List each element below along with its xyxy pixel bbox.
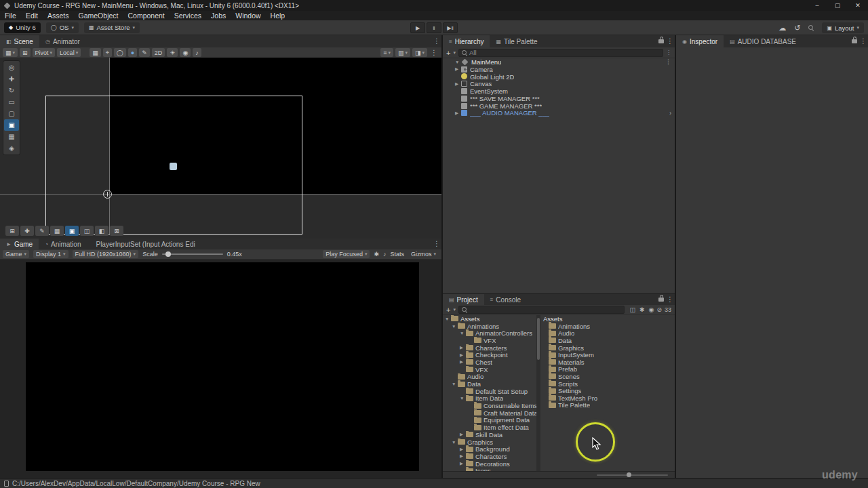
scale-slider-handle[interactable] (165, 251, 171, 257)
pause-button[interactable]: ‖ (427, 22, 441, 33)
menu-item[interactable]: Assets (43, 11, 74, 20)
project-folder-item[interactable]: Prefab (540, 366, 675, 373)
panel-menu-icon[interactable]: ⋮ (432, 35, 441, 47)
scene-tool-button[interactable]: ✚ (4, 73, 19, 85)
hierarchy-area-tab[interactable]: ▦ Tile Palette (490, 35, 543, 47)
game-area-tab[interactable]: ► Game (0, 239, 39, 249)
project-filter-icon[interactable]: ✱ (639, 306, 645, 313)
project-tree-item[interactable]: Default Stat Setup (443, 388, 536, 395)
hierarchy-item[interactable]: ▶ Canvas (443, 80, 675, 87)
project-filter-icon[interactable]: ◫ (630, 306, 636, 313)
add-gameobject-button[interactable]: + (446, 49, 450, 57)
history-icon[interactable]: ↺ (794, 24, 800, 33)
scene-overlay-dropdown[interactable]: ▥▾ (395, 48, 410, 57)
layout-chip[interactable]: ▣ Layout ▾ (822, 22, 864, 33)
lock-icon[interactable] (658, 298, 664, 302)
audio-mute-icon[interactable]: ♪ (383, 251, 387, 258)
lock-icon[interactable] (852, 39, 857, 43)
capture-icon[interactable]: ✱ (374, 251, 379, 258)
scene-toolbar-icon-button[interactable]: ◯ (114, 48, 126, 57)
project-filter-icon[interactable]: ◉ (649, 306, 654, 313)
snap-button[interactable]: ⊞ (20, 48, 31, 57)
scene-tool-button[interactable]: ▢ (4, 108, 19, 119)
project-folder-item[interactable]: Scripts (540, 380, 675, 388)
maximize-button[interactable]: ▢ (827, 0, 848, 11)
play-focused-dropdown[interactable]: Play Focused▾ (323, 250, 370, 258)
hierarchy-item[interactable]: *** GAME MANAGER *** (443, 102, 675, 110)
project-folder-item[interactable]: Audio (540, 330, 675, 338)
scene-toolbar-menu-icon[interactable]: ⋮ (429, 48, 439, 57)
asset-store-chip[interactable]: ▦ Asset Store ▾ (84, 22, 140, 33)
close-button[interactable]: ✕ (848, 0, 868, 11)
project-folder-item[interactable]: Materials (540, 359, 675, 366)
hierarchy-item[interactable]: EventSystem (443, 87, 675, 95)
scene-view-option-button[interactable]: ♪ (193, 48, 201, 57)
panel-menu-icon[interactable]: ⋮ (432, 239, 441, 249)
menu-item[interactable]: GameObject (74, 11, 123, 20)
project-folder-item[interactable]: Animations (540, 323, 675, 330)
status-path[interactable]: C:/Users/AlexDev/AppData/LocalLow/Defaul… (12, 480, 260, 487)
menu-item[interactable]: Jobs (206, 11, 231, 20)
create-asset-button[interactable]: + (446, 306, 450, 314)
tilemap-tool-button[interactable]: ◧ (95, 226, 108, 236)
scene-view-option-button[interactable]: ◉ (180, 48, 191, 57)
menu-item[interactable]: File (0, 11, 21, 20)
cloud-icon[interactable]: ☁ (778, 24, 786, 33)
project-folder-item[interactable]: Graphics (540, 344, 675, 352)
scene-options-icon[interactable]: ⋮ (665, 58, 675, 65)
project-tree-item[interactable]: ▶ Characters (443, 344, 536, 352)
2d-mode-toggle[interactable]: 2D (152, 48, 165, 57)
project-tree-item[interactable]: ▶ Background (443, 445, 536, 453)
panel-menu-icon[interactable]: ⋮ (859, 35, 868, 47)
project-search-input[interactable] (469, 306, 621, 314)
menu-item[interactable]: Window (231, 11, 265, 20)
grid-settings-button[interactable]: ▦▾ (3, 48, 18, 57)
project-folder-item[interactable]: Settings (540, 387, 675, 394)
project-tree-item[interactable]: ▼ Item Data (443, 395, 536, 403)
project-folder-item[interactable]: Tile Palette (540, 402, 675, 409)
scene-tool-button[interactable]: ↻ (4, 85, 19, 96)
handle-rotation-dropdown[interactable]: Local▾ (57, 48, 81, 57)
game-area-tab[interactable]: ◔ Animation (39, 239, 87, 249)
project-tree-item[interactable]: Equipment Data (443, 417, 536, 424)
game-viewport[interactable] (0, 260, 441, 478)
scene-toolbar-icon-button[interactable]: ✎ (139, 48, 150, 57)
hierarchy-scene-row[interactable]: ▼ MainMenu ⋮ (443, 58, 675, 66)
hierarchy-item[interactable]: ▶ Camera (443, 66, 675, 73)
tilemap-tool-button[interactable]: ▣ (65, 226, 79, 236)
scene-tool-button[interactable]: ▭ (4, 96, 19, 108)
project-area-tab[interactable]: ▤ Project (443, 294, 484, 305)
scrollbar-thumb[interactable] (537, 318, 540, 360)
search-icon[interactable] (808, 25, 814, 30)
project-tree-item[interactable]: VFX (443, 337, 536, 344)
project-tree-item[interactable]: ▶ Skill Data (443, 431, 536, 439)
menu-item[interactable]: Services (170, 11, 206, 20)
hierarchy-item[interactable]: *** SAVE MANAGER *** (443, 95, 675, 102)
os-chip[interactable]: ◯ OS ▾ (46, 22, 79, 33)
minimize-button[interactable]: – (807, 0, 827, 11)
icon-size-slider-handle[interactable] (627, 472, 631, 477)
project-tree-item[interactable]: Item effect Data (443, 424, 536, 431)
inspector-area-tab[interactable]: ▤ AUDIO DATABASE (724, 35, 802, 47)
project-folder-item[interactable]: Scenes (540, 373, 675, 380)
scene-toolbar-icon-button[interactable]: ▦ (90, 48, 101, 57)
create-dropdown-icon[interactable]: ▾ (453, 307, 456, 312)
scene-tool-button[interactable]: ◈ (4, 142, 19, 154)
scale-slider[interactable] (162, 253, 223, 255)
project-tree-item[interactable]: ▼ Data (443, 380, 536, 388)
project-folder-item[interactable]: InputSystem (540, 351, 675, 359)
scene-overlay-dropdown[interactable]: ◨▾ (412, 48, 427, 57)
project-tree-item[interactable]: ▼ Animations (443, 323, 536, 330)
scene-visibility-icon[interactable]: ⋮ (666, 49, 671, 56)
tilemap-tool-button[interactable]: ✚ (20, 226, 34, 236)
project-tree-item[interactable]: ▼ Assets (443, 315, 536, 323)
pivot-dropdown[interactable]: Pivot▾ (33, 48, 56, 57)
tilemap-tool-button[interactable]: ▦ (50, 226, 64, 236)
scene-tool-button[interactable]: ▣ (4, 119, 19, 131)
display-dropdown[interactable]: Display 1▾ (33, 250, 68, 258)
tilemap-tool-button[interactable]: ◫ (80, 226, 94, 236)
scene-toolbar-icon-button[interactable]: ● (128, 48, 137, 57)
project-folder-item[interactable]: Data (540, 337, 675, 344)
project-folder-item[interactable]: TextMesh Pro (540, 394, 675, 402)
project-tree-item[interactable]: ▶ Characters (443, 453, 536, 460)
